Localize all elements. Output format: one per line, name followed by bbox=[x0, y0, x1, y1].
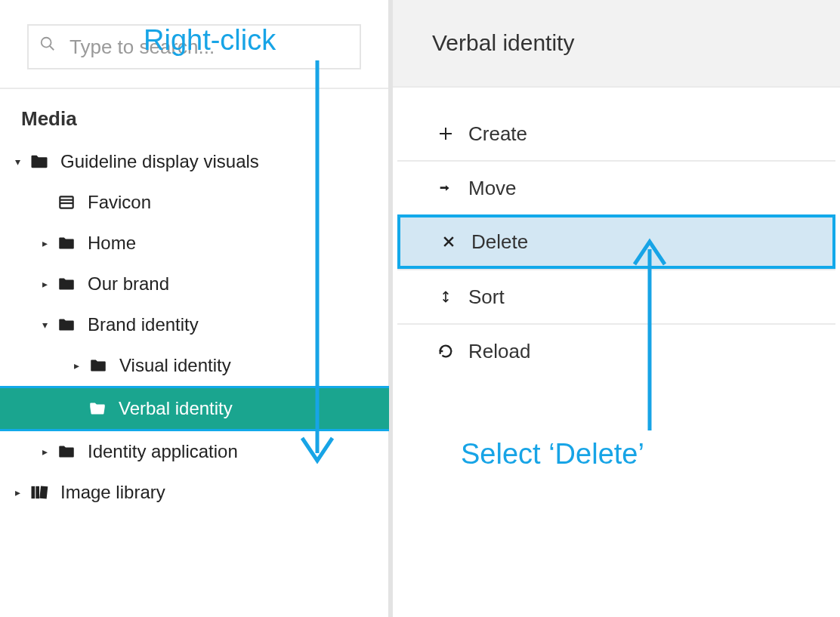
menu-item-label: Sort bbox=[465, 285, 505, 309]
tree-item-verbal-identity[interactable]: Verbal identity bbox=[0, 386, 389, 431]
tree-item-our-brand[interactable]: ▸ Our brand bbox=[0, 264, 388, 304]
tree-item-label: Image library bbox=[53, 482, 165, 503]
folder-icon bbox=[53, 442, 80, 461]
folder-icon bbox=[85, 356, 112, 375]
favicon-icon bbox=[53, 193, 80, 212]
panel-header: Verbal identity bbox=[393, 0, 840, 88]
menu-item-reload[interactable]: Reload bbox=[393, 325, 840, 378]
caret-right-icon: ▸ bbox=[9, 486, 26, 498]
menu-item-move[interactable]: Move bbox=[393, 162, 840, 214]
folder-open-icon bbox=[84, 399, 111, 418]
folder-icon bbox=[26, 151, 53, 172]
tree-item-favicon[interactable]: Favicon bbox=[0, 182, 388, 223]
tree-item-label: Brand identity bbox=[80, 314, 199, 335]
folder-icon bbox=[53, 274, 80, 294]
tree-item-brand-identity[interactable]: ▾ Brand identity bbox=[0, 304, 388, 345]
tree-item-label: Verbal identity bbox=[111, 398, 233, 419]
plus-icon bbox=[426, 125, 465, 143]
menu-item-sort[interactable]: Sort bbox=[393, 270, 840, 323]
menu-item-label: Create bbox=[465, 122, 527, 146]
tree-item-home[interactable]: ▸ Home bbox=[0, 223, 388, 264]
menu-item-delete[interactable]: Delete bbox=[397, 214, 835, 269]
tree-item-label: Home bbox=[80, 233, 136, 254]
section-title-media: Media bbox=[0, 89, 388, 141]
sidebar: Media ▾ Guideline display visuals Favico… bbox=[0, 0, 393, 617]
tree-item-label: Our brand bbox=[80, 273, 169, 295]
tree-item-label: Guideline display visuals bbox=[53, 151, 259, 172]
context-menu: Create Move Delete bbox=[393, 88, 840, 378]
folder-icon bbox=[53, 233, 80, 253]
callout-select-delete: Select ‘Delete’ bbox=[461, 438, 644, 470]
menu-item-label: Move bbox=[465, 177, 517, 200]
caret-down-icon: ▾ bbox=[36, 319, 53, 331]
tree-item-visual-identity[interactable]: ▸ Visual identity bbox=[0, 345, 388, 386]
svg-rect-7 bbox=[39, 486, 48, 498]
reload-icon bbox=[426, 343, 465, 359]
close-icon bbox=[429, 234, 468, 249]
search-container bbox=[0, 0, 388, 88]
caret-right-icon: ▸ bbox=[36, 278, 53, 290]
caret-right-icon: ▸ bbox=[36, 237, 53, 249]
context-menu-panel: Verbal identity Create Move Dele bbox=[393, 0, 840, 617]
caret-down-icon: ▾ bbox=[9, 156, 26, 168]
tree-item-label: Visual identity bbox=[112, 355, 231, 376]
folder-icon bbox=[53, 315, 80, 335]
tree-item-root[interactable]: ▾ Guideline display visuals bbox=[0, 141, 388, 182]
tree-item-label: Favicon bbox=[80, 192, 151, 213]
image-library-icon bbox=[26, 482, 53, 503]
tree-item-label: Identity application bbox=[80, 441, 238, 462]
caret-right-icon: ▸ bbox=[36, 446, 53, 458]
search-input[interactable] bbox=[27, 24, 361, 69]
menu-item-label: Delete bbox=[468, 230, 528, 254]
move-icon bbox=[426, 180, 465, 196]
svg-rect-5 bbox=[32, 486, 36, 498]
tree-item-identity-application[interactable]: ▸ Identity application bbox=[0, 431, 388, 472]
tree-item-image-library[interactable]: ▸ Image library bbox=[0, 472, 388, 513]
menu-item-label: Reload bbox=[465, 340, 530, 363]
sort-icon bbox=[426, 288, 465, 306]
caret-right-icon: ▸ bbox=[68, 359, 85, 372]
svg-rect-6 bbox=[36, 486, 39, 498]
menu-item-create[interactable]: Create bbox=[393, 107, 840, 160]
panel-title: Verbal identity bbox=[432, 30, 574, 56]
media-tree: ▾ Guideline display visuals Favicon ▸ bbox=[0, 141, 388, 513]
